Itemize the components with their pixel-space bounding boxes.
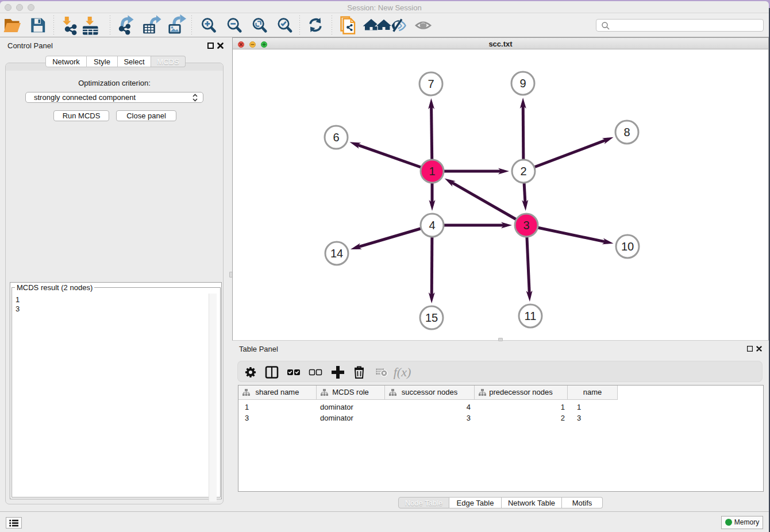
svg-text:4: 4 — [429, 219, 435, 232]
svg-text:1: 1 — [429, 165, 435, 178]
svg-text:3: 3 — [523, 219, 529, 232]
svg-text:9: 9 — [519, 77, 526, 90]
svg-text:10: 10 — [621, 240, 634, 253]
svg-text:f(x): f(x) — [394, 365, 411, 379]
svg-text:15: 15 — [425, 311, 438, 324]
svg-text:11: 11 — [525, 310, 537, 322]
svg-text:7: 7 — [428, 78, 434, 90]
svg-text:8: 8 — [623, 126, 630, 138]
svg-text:14: 14 — [330, 247, 343, 260]
svg-text:6: 6 — [333, 131, 339, 144]
svg-text:2: 2 — [520, 165, 526, 178]
